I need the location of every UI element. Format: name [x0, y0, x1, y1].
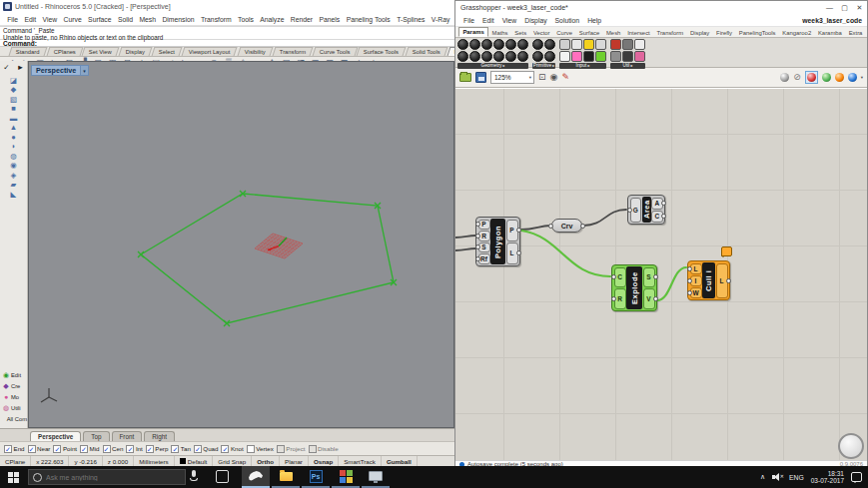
sidebar-group-button[interactable]: ◉ Edit: [0, 369, 27, 380]
rhino-menu-item[interactable]: Tools: [235, 16, 257, 23]
maximize-button[interactable]: ▢: [837, 2, 852, 14]
input-component-icon[interactable]: [559, 51, 570, 62]
close-button[interactable]: ✕: [852, 2, 867, 14]
toolbar-tab[interactable]: Transform: [272, 47, 313, 56]
component-input-pin[interactable]: R: [614, 288, 626, 309]
osnap-checkbox[interactable]: Tan: [171, 445, 190, 453]
rhino-menu-item[interactable]: View: [39, 16, 60, 23]
checkbox-box[interactable]: [277, 445, 285, 453]
sidebar-group-button[interactable]: ◍ Utili: [0, 402, 27, 413]
sidebar-tool-icon[interactable]: ◉: [8, 161, 20, 171]
sidebar-tool-icon[interactable]: ◍: [8, 152, 20, 162]
osnap-checkbox[interactable]: Project: [277, 445, 306, 453]
taskbar-app-photoshop[interactable]: Ps: [302, 466, 330, 488]
rhino-menu-item[interactable]: Transform: [198, 16, 235, 23]
palette-group-label[interactable]: Geometry: [457, 63, 528, 69]
language-indicator[interactable]: ENG: [789, 474, 804, 481]
category-tab[interactable]: Extra: [845, 29, 866, 37]
rhino-menu-item[interactable]: Surface: [85, 16, 115, 23]
status-cell[interactable]: Grid Snap: [213, 456, 252, 466]
status-cell[interactable]: Ortho: [252, 456, 280, 466]
checkbox-box[interactable]: [53, 445, 61, 453]
sidebar-tool-icon[interactable]: ●: [8, 133, 20, 143]
input-component-icon[interactable]: [571, 39, 582, 50]
component-input-pin[interactable]: P: [478, 220, 490, 231]
geometry-param-icon[interactable]: [469, 51, 480, 62]
blue-display-icon[interactable]: [848, 73, 857, 82]
start-button[interactable]: [0, 466, 26, 488]
toolbar-tab[interactable]: Surface Tools: [357, 47, 407, 56]
status-cell[interactable]: Osnap: [309, 456, 339, 466]
sidebar-group-button[interactable]: ● Mo: [0, 391, 27, 402]
toolbar-tab[interactable]: Set View: [82, 47, 120, 56]
component-input-pin[interactable]: S: [478, 243, 490, 253]
input-component-icon[interactable]: [583, 39, 594, 50]
viewport-tab[interactable]: Perspective: [30, 431, 81, 441]
grasshopper-title-bar[interactable]: Grasshopper - week3_laser_code* — ▢ ✕: [455, 1, 867, 14]
rhino-menu-item[interactable]: Solid: [115, 16, 137, 23]
toolbar-tab[interactable]: Display: [119, 47, 153, 56]
viewport-dropdown-icon[interactable]: ▾: [81, 65, 89, 76]
sidebar-tool-icon[interactable]: ◗: [8, 142, 20, 152]
grasshopper-menu-item[interactable]: Edit: [478, 17, 498, 24]
component-input-pin[interactable]: Rf: [478, 253, 490, 264]
checkbox-box[interactable]: [309, 445, 317, 453]
sidebar-tool-icon[interactable]: ◣: [8, 190, 20, 200]
component-label[interactable]: Cull i: [702, 262, 715, 298]
osnap-checkbox[interactable]: End: [4, 445, 25, 453]
palette-group-label[interactable]: Util: [610, 63, 645, 69]
category-tab[interactable]: PanelingTools: [735, 29, 778, 37]
clock[interactable]: 18:31 03-07-2017: [811, 470, 844, 485]
checkbox-box[interactable]: [103, 445, 111, 453]
grasshopper-canvas[interactable]: PRSRf Polygon PL Crv G Area AC CR Explod…: [455, 89, 867, 460]
input-component-icon[interactable]: [571, 51, 582, 62]
toolbar-tab[interactable]: Viewport Layout: [182, 47, 238, 56]
toolbar-tab[interactable]: Standard: [9, 47, 47, 56]
category-tab[interactable]: Mesh: [603, 29, 624, 37]
status-cell[interactable]: Millimeters: [134, 456, 175, 466]
osnap-checkbox[interactable]: Perp: [146, 445, 169, 453]
component-output-pin[interactable]: P: [506, 220, 518, 242]
osnap-checkbox[interactable]: Cen: [103, 445, 124, 453]
category-tab[interactable]: Karamba: [815, 29, 846, 37]
toolbar-tab[interactable]: Select: [152, 47, 183, 56]
checkbox-box[interactable]: [80, 445, 88, 453]
geometry-param-icon[interactable]: [505, 39, 516, 50]
util-component-icon[interactable]: [622, 51, 633, 62]
geometry-param-icon[interactable]: [457, 39, 468, 50]
primitive-param-icon[interactable]: [532, 51, 543, 62]
curve-param[interactable]: Crv: [551, 219, 582, 233]
viewport-tab[interactable]: Front: [112, 431, 143, 441]
sidebar-group-button[interactable]: ◆ Cre: [0, 380, 27, 391]
status-cell[interactable]: SmartTrack: [339, 456, 382, 466]
checkbox-box[interactable]: [126, 445, 134, 453]
geometry-param-icon[interactable]: [457, 51, 468, 62]
primitive-param-icon[interactable]: [532, 39, 543, 50]
taskbar-app-photos[interactable]: [332, 466, 360, 488]
status-cell[interactable]: y -0.216: [69, 456, 102, 466]
taskbar-app-explorer[interactable]: [272, 466, 300, 488]
component-output-pin[interactable]: V: [643, 288, 655, 309]
task-view-button[interactable]: [216, 470, 229, 483]
checkbox-box[interactable]: [194, 445, 202, 453]
osnap-checkbox[interactable]: Vertex: [247, 445, 274, 453]
grasshopper-menu-item[interactable]: File: [459, 17, 478, 24]
rhino-menu-item[interactable]: Analyze: [257, 16, 288, 23]
rhino-command-prompt[interactable]: Command:: [0, 40, 454, 47]
rhino-menu-item[interactable]: Paneling Tools: [343, 16, 393, 23]
open-file-icon[interactable]: [459, 73, 471, 82]
category-tab[interactable]: Sets: [511, 29, 530, 37]
component-output-pin[interactable]: S: [643, 267, 655, 288]
checkbox-box[interactable]: [171, 445, 179, 453]
util-component-icon[interactable]: [634, 39, 645, 50]
tray-chevron-up-icon[interactable]: ∧: [760, 473, 765, 481]
rhino-menu-item[interactable]: Curve: [60, 16, 85, 23]
primitive-param-icon[interactable]: [544, 39, 555, 50]
green-display-icon[interactable]: [822, 73, 831, 82]
checkbox-box[interactable]: [221, 445, 229, 453]
category-tab[interactable]: Surface: [575, 29, 602, 37]
sidebar-tool-icon[interactable]: ◪: [8, 76, 20, 86]
taskbar-app-display[interactable]: [362, 466, 390, 488]
status-cell[interactable]: Default: [175, 456, 214, 466]
save-file-icon[interactable]: [475, 72, 486, 83]
